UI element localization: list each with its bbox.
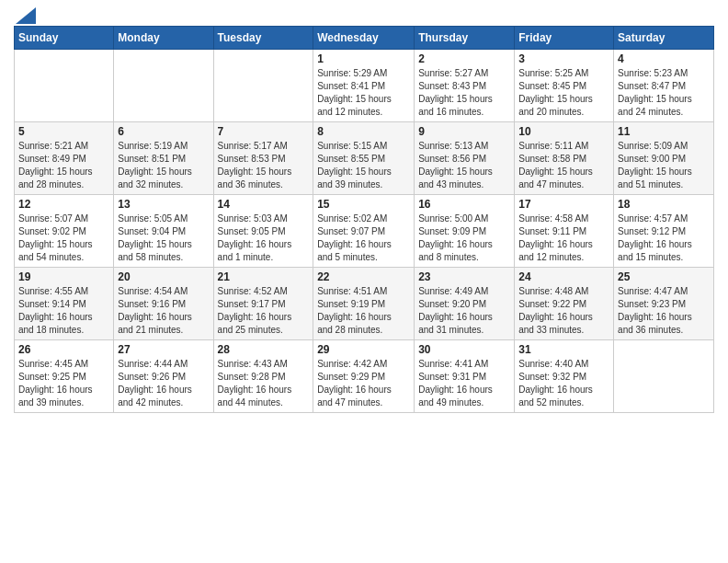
day-cell-2: 2Sunrise: 5:27 AM Sunset: 8:43 PM Daylig… [415, 50, 515, 122]
calendar-table: SundayMondayTuesdayWednesdayThursdayFrid… [14, 26, 714, 413]
day-number-15: 15 [317, 198, 410, 211]
day-info-16: Sunrise: 5:00 AM Sunset: 9:09 PM Dayligh… [418, 213, 510, 264]
calendar-page: SundayMondayTuesdayWednesdayThursdayFrid… [0, 0, 728, 563]
day-info-11: Sunrise: 5:09 AM Sunset: 9:00 PM Dayligh… [618, 140, 710, 191]
day-info-23: Sunrise: 4:49 AM Sunset: 9:20 PM Dayligh… [418, 285, 510, 337]
day-cell-31: 31Sunrise: 4:40 AM Sunset: 9:32 PM Dayli… [515, 340, 614, 413]
day-info-18: Sunrise: 4:57 AM Sunset: 9:12 PM Dayligh… [618, 213, 710, 264]
day-info-2: Sunrise: 5:27 AM Sunset: 8:43 PM Dayligh… [418, 67, 510, 119]
day-number-6: 6 [118, 125, 209, 138]
day-number-22: 22 [317, 270, 410, 283]
day-cell-29: 29Sunrise: 4:42 AM Sunset: 9:29 PM Dayli… [313, 340, 415, 413]
day-number-30: 30 [418, 343, 510, 356]
day-cell-7: 7Sunrise: 5:17 AM Sunset: 8:53 PM Daylig… [213, 122, 313, 195]
day-cell-26: 26Sunrise: 4:45 AM Sunset: 9:25 PM Dayli… [15, 340, 114, 413]
week-row-4: 19Sunrise: 4:55 AM Sunset: 9:14 PM Dayli… [15, 268, 714, 340]
day-cell-23: 23Sunrise: 4:49 AM Sunset: 9:20 PM Dayli… [415, 268, 515, 340]
day-info-25: Sunrise: 4:47 AM Sunset: 9:23 PM Dayligh… [618, 285, 710, 337]
day-cell-19: 19Sunrise: 4:55 AM Sunset: 9:14 PM Dayli… [15, 268, 114, 340]
day-info-30: Sunrise: 4:41 AM Sunset: 9:31 PM Dayligh… [418, 358, 510, 409]
day-number-18: 18 [618, 198, 710, 211]
day-info-14: Sunrise: 5:03 AM Sunset: 9:05 PM Dayligh… [218, 213, 310, 264]
week-row-3: 12Sunrise: 5:07 AM Sunset: 9:02 PM Dayli… [15, 195, 714, 268]
day-info-29: Sunrise: 4:42 AM Sunset: 9:29 PM Dayligh… [317, 358, 410, 409]
day-number-25: 25 [618, 270, 710, 283]
day-cell-8: 8Sunrise: 5:15 AM Sunset: 8:55 PM Daylig… [313, 122, 415, 195]
day-cell-12: 12Sunrise: 5:07 AM Sunset: 9:02 PM Dayli… [15, 195, 114, 268]
day-number-20: 20 [118, 270, 209, 283]
logo [14, 9, 36, 18]
empty-cell [213, 50, 313, 122]
day-cell-10: 10Sunrise: 5:11 AM Sunset: 8:58 PM Dayli… [515, 122, 614, 195]
day-number-21: 21 [218, 270, 310, 283]
day-number-12: 12 [18, 198, 109, 211]
day-number-1: 1 [317, 52, 410, 65]
day-number-13: 13 [118, 198, 209, 211]
day-number-31: 31 [518, 343, 609, 356]
day-info-5: Sunrise: 5:21 AM Sunset: 8:49 PM Dayligh… [18, 140, 109, 191]
day-cell-25: 25Sunrise: 4:47 AM Sunset: 9:23 PM Dayli… [614, 268, 714, 340]
day-cell-4: 4Sunrise: 5:23 AM Sunset: 8:47 PM Daylig… [614, 50, 714, 122]
day-cell-9: 9Sunrise: 5:13 AM Sunset: 8:56 PM Daylig… [415, 122, 515, 195]
header-friday: Friday [515, 27, 614, 50]
logo-icon [16, 7, 36, 24]
header-monday: Monday [114, 27, 213, 50]
day-info-20: Sunrise: 4:54 AM Sunset: 9:16 PM Dayligh… [118, 285, 209, 337]
day-cell-1: 1Sunrise: 5:29 AM Sunset: 8:41 PM Daylig… [313, 50, 415, 122]
day-cell-6: 6Sunrise: 5:19 AM Sunset: 8:51 PM Daylig… [114, 122, 213, 195]
day-info-6: Sunrise: 5:19 AM Sunset: 8:51 PM Dayligh… [118, 140, 209, 191]
day-info-4: Sunrise: 5:23 AM Sunset: 8:47 PM Dayligh… [618, 67, 710, 119]
day-info-31: Sunrise: 4:40 AM Sunset: 9:32 PM Dayligh… [518, 358, 609, 409]
day-number-29: 29 [317, 343, 410, 356]
day-cell-20: 20Sunrise: 4:54 AM Sunset: 9:16 PM Dayli… [114, 268, 213, 340]
day-cell-16: 16Sunrise: 5:00 AM Sunset: 9:09 PM Dayli… [415, 195, 515, 268]
day-info-22: Sunrise: 4:51 AM Sunset: 9:19 PM Dayligh… [317, 285, 410, 337]
day-info-28: Sunrise: 4:43 AM Sunset: 9:28 PM Dayligh… [218, 358, 310, 409]
day-info-26: Sunrise: 4:45 AM Sunset: 9:25 PM Dayligh… [18, 358, 109, 409]
day-info-15: Sunrise: 5:02 AM Sunset: 9:07 PM Dayligh… [317, 213, 410, 264]
header-wednesday: Wednesday [313, 27, 415, 50]
day-info-24: Sunrise: 4:48 AM Sunset: 9:22 PM Dayligh… [518, 285, 609, 337]
day-cell-3: 3Sunrise: 5:25 AM Sunset: 8:45 PM Daylig… [515, 50, 614, 122]
header [14, 9, 714, 18]
day-info-27: Sunrise: 4:44 AM Sunset: 9:26 PM Dayligh… [118, 358, 209, 409]
day-cell-14: 14Sunrise: 5:03 AM Sunset: 9:05 PM Dayli… [213, 195, 313, 268]
day-number-24: 24 [518, 270, 609, 283]
day-number-23: 23 [418, 270, 510, 283]
empty-cell [15, 50, 114, 122]
header-tuesday: Tuesday [213, 27, 313, 50]
day-info-3: Sunrise: 5:25 AM Sunset: 8:45 PM Dayligh… [518, 67, 609, 119]
day-cell-27: 27Sunrise: 4:44 AM Sunset: 9:26 PM Dayli… [114, 340, 213, 413]
week-row-1: 1Sunrise: 5:29 AM Sunset: 8:41 PM Daylig… [15, 50, 714, 122]
day-info-17: Sunrise: 4:58 AM Sunset: 9:11 PM Dayligh… [518, 213, 609, 264]
header-sunday: Sunday [15, 27, 114, 50]
day-info-10: Sunrise: 5:11 AM Sunset: 8:58 PM Dayligh… [518, 140, 609, 191]
day-cell-15: 15Sunrise: 5:02 AM Sunset: 9:07 PM Dayli… [313, 195, 415, 268]
day-number-28: 28 [218, 343, 310, 356]
day-number-27: 27 [118, 343, 209, 356]
day-number-16: 16 [418, 198, 510, 211]
day-number-8: 8 [317, 125, 410, 138]
day-number-3: 3 [518, 52, 609, 65]
day-info-13: Sunrise: 5:05 AM Sunset: 9:04 PM Dayligh… [118, 213, 209, 264]
day-number-7: 7 [218, 125, 310, 138]
week-row-2: 5Sunrise: 5:21 AM Sunset: 8:49 PM Daylig… [15, 122, 714, 195]
day-number-26: 26 [18, 343, 109, 356]
day-cell-22: 22Sunrise: 4:51 AM Sunset: 9:19 PM Dayli… [313, 268, 415, 340]
day-cell-30: 30Sunrise: 4:41 AM Sunset: 9:31 PM Dayli… [415, 340, 515, 413]
day-number-19: 19 [18, 270, 109, 283]
day-cell-13: 13Sunrise: 5:05 AM Sunset: 9:04 PM Dayli… [114, 195, 213, 268]
day-cell-28: 28Sunrise: 4:43 AM Sunset: 9:28 PM Dayli… [213, 340, 313, 413]
day-number-9: 9 [418, 125, 510, 138]
day-info-8: Sunrise: 5:15 AM Sunset: 8:55 PM Dayligh… [317, 140, 410, 191]
day-number-14: 14 [218, 198, 310, 211]
day-cell-18: 18Sunrise: 4:57 AM Sunset: 9:12 PM Dayli… [614, 195, 714, 268]
day-cell-11: 11Sunrise: 5:09 AM Sunset: 9:00 PM Dayli… [614, 122, 714, 195]
day-number-5: 5 [18, 125, 109, 138]
day-number-2: 2 [418, 52, 510, 65]
day-info-1: Sunrise: 5:29 AM Sunset: 8:41 PM Dayligh… [317, 67, 410, 119]
day-info-12: Sunrise: 5:07 AM Sunset: 9:02 PM Dayligh… [18, 213, 109, 264]
day-number-11: 11 [618, 125, 710, 138]
calendar-header-row: SundayMondayTuesdayWednesdayThursdayFrid… [15, 27, 714, 50]
day-number-10: 10 [518, 125, 609, 138]
